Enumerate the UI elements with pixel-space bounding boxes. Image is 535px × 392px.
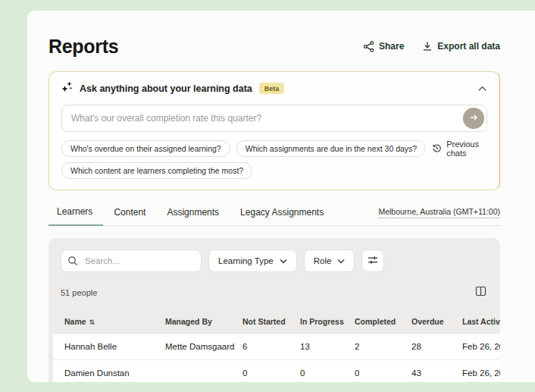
suggestion-chip-overdue[interactable]: Who's overdue on their assigned learning… xyxy=(61,140,230,157)
page-header: Reports Share Export all data xyxy=(48,35,500,58)
cell-name[interactable]: Damien Dunstan xyxy=(53,360,165,383)
column-header-completed: Completed xyxy=(355,310,411,334)
send-button[interactable] xyxy=(463,108,484,129)
suggestions-row-1: Who's overdue on their assigned learning… xyxy=(61,140,487,158)
chevron-down-icon xyxy=(337,256,345,265)
columns-toggle-button[interactable] xyxy=(474,284,488,300)
column-header-not-started: Not Started xyxy=(242,310,300,334)
role-filter[interactable]: Role xyxy=(304,249,355,272)
page-title: Reports xyxy=(48,35,118,58)
cell-managed-by: Mette Damsgaard xyxy=(165,334,242,360)
previous-chats-link[interactable]: Previous chats xyxy=(432,140,487,158)
ai-panel-header[interactable]: Ask anything about your learning data Be… xyxy=(61,81,487,96)
chevron-up-icon[interactable] xyxy=(477,85,487,93)
timezone-selector[interactable]: Melbourne, Australia (GMT+11:00) xyxy=(378,207,500,218)
cell-not-started: 0 xyxy=(242,360,300,383)
reports-page: Reports Share Export all data xyxy=(27,11,535,382)
column-header-managed-by: Managed By xyxy=(165,310,242,334)
share-icon xyxy=(363,41,374,52)
column-header-in-progress: In Progress xyxy=(300,310,355,334)
cell-completed: 0 xyxy=(355,360,411,383)
cell-in-progress: 0 xyxy=(300,360,355,383)
cell-completed: 2 xyxy=(355,334,411,360)
learning-type-filter[interactable]: Learning Type xyxy=(208,249,297,272)
export-all-data-button[interactable]: Export all data xyxy=(422,41,500,52)
people-count: 51 people xyxy=(61,288,97,297)
share-label: Share xyxy=(379,41,404,52)
sliders-icon xyxy=(368,255,378,267)
learners-table-panel: Learning Type Role xyxy=(48,238,500,382)
suggestion-chip-due-30-days[interactable]: Which assignments are due in the next 30… xyxy=(236,140,426,157)
share-button[interactable]: Share xyxy=(363,41,404,52)
cell-managed-by xyxy=(165,360,242,383)
report-tabs: Learners Content Assignments Legacy Assi… xyxy=(48,199,500,226)
suggestions-row-2: Which content are learners completing th… xyxy=(61,162,487,179)
suggestion-chip-completing-most[interactable]: Which content are learners completing th… xyxy=(61,162,252,179)
ask-row xyxy=(61,105,487,132)
sparkle-icon xyxy=(61,81,73,96)
cell-overdue: 28 xyxy=(411,334,462,360)
cell-in-progress: 13 xyxy=(300,334,355,360)
export-label: Export all data xyxy=(437,41,500,52)
column-header-last-activity: Last Activity xyxy=(462,310,500,334)
tab-assignments[interactable]: Assignments xyxy=(156,200,230,225)
role-label: Role xyxy=(314,256,332,265)
ai-assistant-panel: Ask anything about your learning data Be… xyxy=(48,71,500,190)
cell-last-activity: Feb 26, 20 xyxy=(462,334,500,360)
chevron-down-icon xyxy=(280,256,287,265)
search-wrap xyxy=(61,249,202,272)
table-row[interactable]: Damien Dunstan 0 0 0 43 Feb 26, 20 xyxy=(53,360,500,383)
tab-content[interactable]: Content xyxy=(103,200,156,225)
cell-overdue: 43 xyxy=(411,360,462,383)
columns-icon xyxy=(475,286,487,299)
header-actions: Share Export all data xyxy=(363,41,500,52)
search-icon xyxy=(67,256,78,269)
ask-input[interactable] xyxy=(61,105,487,132)
tab-learners[interactable]: Learners xyxy=(48,199,103,226)
cell-name[interactable]: Hannah Belle xyxy=(53,334,165,360)
cell-not-started: 6 xyxy=(242,334,300,360)
tab-legacy-assignments[interactable]: Legacy Assignments xyxy=(230,200,334,225)
history-icon xyxy=(432,143,442,155)
table-row[interactable]: Hannah Belle Mette Damsgaard 6 13 2 28 F… xyxy=(53,334,500,360)
table-toolbar: Learning Type Role xyxy=(61,249,488,272)
ai-panel-title: Ask anything about your learning data xyxy=(80,83,252,94)
beta-badge: Beta xyxy=(259,83,285,94)
learning-type-label: Learning Type xyxy=(218,256,274,265)
advanced-filters-button[interactable] xyxy=(361,249,384,272)
count-row: 51 people xyxy=(61,284,488,300)
column-header-name[interactable]: Name⇅ xyxy=(53,310,165,334)
learners-table: Name⇅ Managed By Not Started In Progress… xyxy=(53,310,500,382)
sort-icon[interactable]: ⇅ xyxy=(89,318,95,326)
table-header-row: Name⇅ Managed By Not Started In Progress… xyxy=(53,310,500,334)
download-icon xyxy=(422,41,433,52)
search-input[interactable] xyxy=(61,249,202,272)
column-header-overdue: Overdue xyxy=(411,310,462,334)
cell-last-activity: Feb 26, 20 xyxy=(462,360,500,383)
arrow-right-icon xyxy=(468,112,479,125)
previous-chats-label: Previous chats xyxy=(446,140,487,158)
